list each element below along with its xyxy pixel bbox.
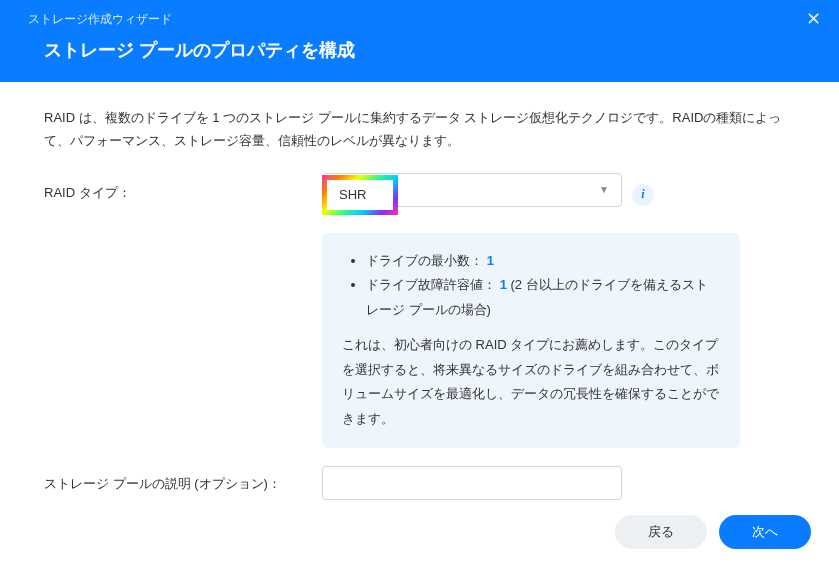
close-icon[interactable]: ✕ [806,8,821,30]
chevron-down-icon: ▼ [599,181,609,199]
raid-type-value-col: SHR ▼ SHR i ドライブの最小数： 1 [322,175,740,448]
fault-tolerance-item: ドライブ故障許容値： 1 (2 台以上のドライブを備えるストレージ プールの場合… [366,273,720,322]
next-button[interactable]: 次へ [719,515,811,549]
dialog-body: RAID は、複数のドライブを 1 つのストレージ プールに集約するデータ スト… [0,82,839,501]
wizard-dialog: ストレージ作成ウィザード ✕ ストレージ プールのプロパティを構成 RAID は… [0,0,839,567]
min-drives-item: ドライブの最小数： 1 [366,249,720,274]
highlight-icon: SHR [322,175,398,215]
fault-tolerance-label: ドライブ故障許容値： [366,277,496,292]
raid-type-row: RAID タイプ： SHR ▼ SHR i [44,175,795,448]
min-drives-label: ドライブの最小数： [366,253,483,268]
header-top: ストレージ作成ウィザード ✕ [0,0,839,32]
description-row: ストレージ プールの説明 (オプション)： [44,466,795,500]
description-input[interactable] [322,466,622,500]
raid-info-panel: ドライブの最小数： 1 ドライブ故障許容値： 1 (2 台以上のドライブを備える… [322,233,740,448]
breadcrumb: ストレージ作成ウィザード [28,11,172,28]
raid-type-value-visible: SHR [327,180,393,210]
raid-type-select-row: SHR ▼ SHR i [322,175,740,215]
dialog-footer: 戻る 次へ [0,501,839,567]
page-title: ストレージ プールのプロパティを構成 [0,32,839,82]
raid-type-label: RAID タイプ： [44,175,322,204]
info-panel-desc: これは、初心者向けの RAID タイプにお薦めします。このタイプを選択すると、将… [342,333,720,432]
dialog-header: ストレージ作成ウィザード ✕ ストレージ プールのプロパティを構成 [0,0,839,82]
description-label: ストレージ プールの説明 (オプション)： [44,466,322,495]
min-drives-value: 1 [487,253,494,268]
intro-text: RAID は、複数のドライブを 1 つのストレージ プールに集約するデータ スト… [44,106,795,153]
back-button[interactable]: 戻る [615,515,707,549]
select-group: SHR ▼ SHR [322,175,622,215]
fault-tolerance-value: 1 [500,277,507,292]
info-icon[interactable]: i [632,184,654,206]
